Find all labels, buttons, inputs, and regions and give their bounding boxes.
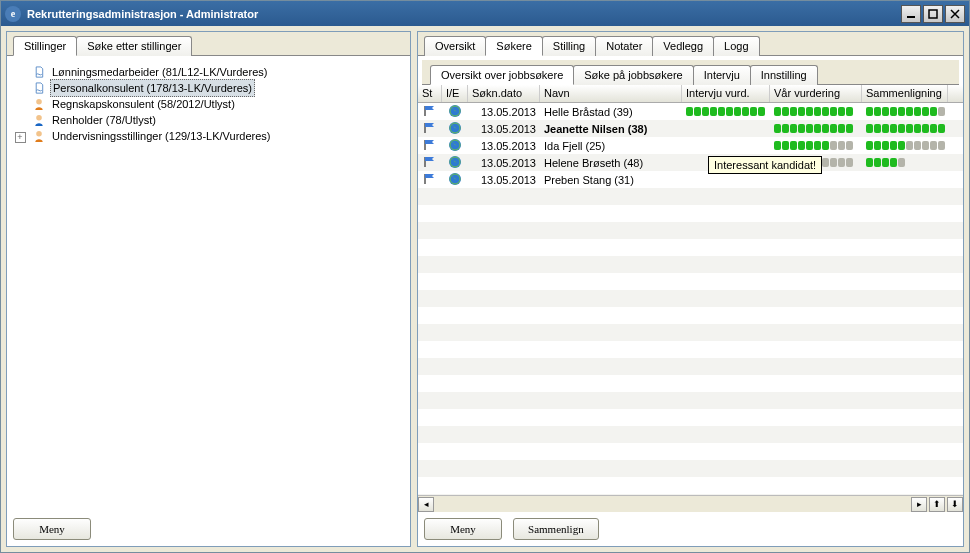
column-header[interactable]: St bbox=[418, 85, 442, 102]
scroll-left-button[interactable]: ◂ bbox=[418, 497, 434, 512]
left-tab-1[interactable]: Søke etter stillinger bbox=[76, 36, 192, 56]
table-row[interactable] bbox=[418, 188, 963, 205]
svg-point-4 bbox=[36, 130, 42, 136]
subtab-2[interactable]: Intervju bbox=[693, 65, 751, 85]
horizontal-scrollbar[interactable]: ◂ ▸ ⬆ ⬇ bbox=[418, 495, 963, 512]
svg-point-7 bbox=[449, 139, 461, 151]
close-button[interactable] bbox=[945, 5, 965, 23]
subtab-1[interactable]: Søke på jobbsøkere bbox=[573, 65, 693, 85]
sort-desc-button[interactable]: ⬇ bbox=[947, 497, 963, 512]
rating bbox=[866, 124, 945, 133]
app-icon: e bbox=[5, 6, 21, 22]
column-header[interactable]: Intervju vurd. bbox=[682, 85, 770, 102]
table-row[interactable] bbox=[418, 307, 963, 324]
scroll-right-button[interactable]: ▸ bbox=[911, 497, 927, 512]
table-row[interactable] bbox=[418, 443, 963, 460]
grid-header[interactable]: StI/ESøkn.datoNavnIntervju vurd.Vår vurd… bbox=[418, 85, 963, 103]
table-row[interactable] bbox=[418, 426, 963, 443]
table-row[interactable]: 13.05.2013Helene Brøseth (48) bbox=[418, 154, 963, 171]
globe-icon bbox=[448, 138, 462, 154]
cell-name: Helle Bråstad (39) bbox=[540, 103, 682, 120]
column-header[interactable]: Søkn.dato bbox=[468, 85, 540, 102]
column-header[interactable]: Sammenligning bbox=[862, 85, 948, 102]
table-row[interactable] bbox=[418, 324, 963, 341]
table-row[interactable]: 13.05.2013Jeanette Nilsen (38) bbox=[418, 120, 963, 137]
table-row[interactable]: 13.05.2013Helle Bråstad (39) bbox=[418, 103, 963, 120]
table-row[interactable] bbox=[418, 341, 963, 358]
flag-icon bbox=[423, 156, 437, 170]
table-row[interactable] bbox=[418, 477, 963, 494]
compare-button[interactable]: Sammenlign bbox=[513, 518, 599, 540]
tree-item-label: Regnskapskonsulent (58/2012/Utlyst) bbox=[50, 96, 237, 112]
applicant-grid: StI/ESøkn.datoNavnIntervju vurd.Vår vurd… bbox=[418, 85, 963, 495]
left-tab-0[interactable]: Stillinger bbox=[13, 36, 77, 56]
cell-name: Ida Fjell (25) bbox=[540, 137, 682, 154]
right-tab-2[interactable]: Stilling bbox=[542, 36, 596, 56]
maximize-button[interactable] bbox=[923, 5, 943, 23]
right-menu-button[interactable]: Meny bbox=[424, 518, 502, 540]
column-header[interactable]: Vår vurdering bbox=[770, 85, 862, 102]
table-row[interactable] bbox=[418, 256, 963, 273]
table-row[interactable] bbox=[418, 494, 963, 495]
right-tab-0[interactable]: Oversikt bbox=[424, 36, 486, 56]
cell-date: 13.05.2013 bbox=[468, 137, 540, 154]
subtab-0[interactable]: Oversikt over jobbsøkere bbox=[430, 65, 574, 85]
cell-date: 13.05.2013 bbox=[468, 120, 540, 137]
svg-rect-0 bbox=[907, 16, 915, 18]
flag-icon bbox=[423, 139, 437, 153]
right-tabs: OversiktSøkereStillingNotaterVedleggLogg bbox=[418, 32, 963, 56]
position-tree[interactable]: Lønningsmedarbeider (81/L12-LK/Vurderes)… bbox=[11, 60, 406, 148]
rating bbox=[866, 141, 945, 150]
flag-icon bbox=[423, 173, 437, 187]
right-footer: Meny Sammenlign bbox=[418, 512, 963, 546]
minimize-button[interactable] bbox=[901, 5, 921, 23]
rating bbox=[774, 107, 853, 116]
right-tab-1[interactable]: Søkere bbox=[485, 36, 542, 56]
right-tab-3[interactable]: Notater bbox=[595, 36, 653, 56]
tree-item-label: Renholder (78/Utlyst) bbox=[50, 112, 158, 128]
svg-point-9 bbox=[449, 173, 461, 185]
rating bbox=[774, 124, 853, 133]
cell-name: Preben Stang (31) bbox=[540, 171, 682, 188]
table-row[interactable] bbox=[418, 273, 963, 290]
table-row[interactable] bbox=[418, 222, 963, 239]
left-panel: StillingerSøke etter stillinger Lønnings… bbox=[6, 31, 411, 547]
grid-rows[interactable]: 13.05.2013Helle Bråstad (39)13.05.2013Je… bbox=[418, 103, 963, 495]
svg-point-6 bbox=[449, 122, 461, 134]
tree-item[interactable]: +Undervisningsstillinger (129/13-LK/Vurd… bbox=[13, 128, 404, 144]
table-row[interactable] bbox=[418, 392, 963, 409]
scroll-track[interactable] bbox=[434, 497, 911, 512]
svg-point-2 bbox=[36, 98, 42, 104]
tree-item-icon bbox=[31, 129, 47, 143]
titlebar[interactable]: e Rekrutteringsadministrasjon - Administ… bbox=[1, 1, 969, 26]
column-header[interactable]: I/E bbox=[442, 85, 468, 102]
table-row[interactable] bbox=[418, 290, 963, 307]
left-tabs: StillingerSøke etter stillinger bbox=[7, 32, 410, 56]
table-row[interactable] bbox=[418, 375, 963, 392]
column-header[interactable]: Navn bbox=[540, 85, 682, 102]
expand-icon[interactable]: + bbox=[15, 132, 26, 143]
table-row[interactable] bbox=[418, 239, 963, 256]
tree-item[interactable]: Renholder (78/Utlyst) bbox=[13, 112, 404, 128]
window-title: Rekrutteringsadministrasjon - Administra… bbox=[27, 8, 258, 20]
left-menu-button[interactable]: Meny bbox=[13, 518, 91, 540]
svg-rect-1 bbox=[929, 10, 937, 18]
table-row[interactable] bbox=[418, 358, 963, 375]
sort-asc-button[interactable]: ⬆ bbox=[929, 497, 945, 512]
right-tab-4[interactable]: Vedlegg bbox=[652, 36, 714, 56]
right-tab-5[interactable]: Logg bbox=[713, 36, 759, 56]
table-row[interactable] bbox=[418, 409, 963, 426]
table-row[interactable]: 13.05.2013Preben Stang (31) bbox=[418, 171, 963, 188]
tree-item-icon bbox=[31, 97, 47, 111]
cell-date: 13.05.2013 bbox=[468, 154, 540, 171]
flag-icon bbox=[423, 105, 437, 119]
cell-date: 13.05.2013 bbox=[468, 103, 540, 120]
table-row[interactable]: 13.05.2013Ida Fjell (25) bbox=[418, 137, 963, 154]
tree-item[interactable]: Regnskapskonsulent (58/2012/Utlyst) bbox=[13, 96, 404, 112]
tree-item[interactable]: Personalkonsulent (178/13-LK/Vurderes) bbox=[13, 80, 404, 96]
table-row[interactable] bbox=[418, 205, 963, 222]
tree-item[interactable]: Lønningsmedarbeider (81/L12-LK/Vurderes) bbox=[13, 64, 404, 80]
subtab-3[interactable]: Innstilling bbox=[750, 65, 818, 85]
table-row[interactable] bbox=[418, 460, 963, 477]
tree-item-label: Personalkonsulent (178/13-LK/Vurderes) bbox=[50, 79, 255, 97]
